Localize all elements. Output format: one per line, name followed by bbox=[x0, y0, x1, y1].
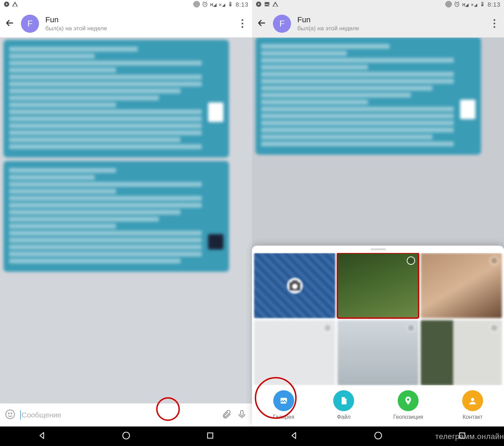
chat-last-seen: был(а) на этой неделе bbox=[297, 25, 483, 32]
svg-point-12 bbox=[123, 432, 130, 439]
select-indicator bbox=[407, 256, 415, 265]
select-indicator bbox=[407, 324, 415, 332]
svg-point-9 bbox=[8, 413, 9, 414]
chat-name[interactable]: Fun bbox=[45, 15, 231, 24]
warning-icon bbox=[12, 1, 18, 9]
action-location[interactable]: Геопозиция bbox=[393, 390, 423, 420]
svg-point-23 bbox=[292, 284, 297, 289]
clock: 8:13 bbox=[488, 1, 501, 8]
action-contact[interactable]: Контакт bbox=[462, 390, 483, 420]
watermark: телеграмм.онлайн bbox=[435, 432, 504, 441]
svg-rect-21 bbox=[482, 1, 483, 2]
nav-recent-icon[interactable] bbox=[206, 431, 215, 441]
status-bar: H◢ ✕◢ 8:13 bbox=[0, 0, 252, 10]
photo-tile[interactable] bbox=[421, 253, 502, 318]
status-bar: H◢ ✕◢ 8:13 bbox=[252, 0, 504, 10]
action-label: Файл bbox=[337, 414, 351, 420]
photo-tile[interactable] bbox=[421, 320, 502, 385]
nav-back-icon[interactable] bbox=[290, 431, 299, 441]
svg-point-2 bbox=[195, 2, 199, 6]
signal-icon: H◢ bbox=[210, 2, 216, 7]
camera-tile[interactable] bbox=[254, 253, 335, 318]
mic-icon[interactable] bbox=[237, 409, 247, 421]
photo-tile[interactable] bbox=[254, 320, 335, 385]
message-placeholder: Сообщение bbox=[22, 411, 61, 419]
more-menu-icon[interactable] bbox=[489, 19, 499, 28]
back-icon[interactable] bbox=[5, 18, 15, 29]
chat-last-seen: был(а) на этой неделе bbox=[45, 25, 231, 32]
nav-home-icon[interactable] bbox=[374, 431, 383, 441]
svg-rect-6 bbox=[230, 1, 231, 2]
svg-point-17 bbox=[447, 2, 451, 6]
svg-rect-11 bbox=[240, 410, 243, 416]
avatar[interactable]: F bbox=[21, 15, 39, 33]
clock: 8:13 bbox=[236, 1, 249, 8]
svg-rect-7 bbox=[230, 5, 231, 6]
select-indicator bbox=[490, 324, 498, 332]
action-file[interactable]: Файл bbox=[333, 390, 354, 420]
nav-back-icon[interactable] bbox=[38, 431, 47, 441]
sheet-handle[interactable] bbox=[371, 248, 386, 250]
svg-point-1 bbox=[196, 3, 198, 5]
action-label: Контакт bbox=[463, 414, 483, 420]
attach-icon[interactable] bbox=[221, 409, 232, 421]
alarm-icon bbox=[202, 1, 208, 9]
svg-point-26 bbox=[471, 398, 474, 401]
gallery-icon bbox=[273, 390, 294, 411]
message-input[interactable]: Сообщение bbox=[20, 410, 216, 420]
svg-point-27 bbox=[375, 432, 382, 439]
message-bubble[interactable] bbox=[3, 40, 229, 157]
location-icon bbox=[398, 390, 419, 411]
svg-point-10 bbox=[11, 413, 12, 414]
more-menu-icon[interactable] bbox=[237, 19, 247, 28]
chat-header: F Fun был(а) на этой неделе bbox=[0, 10, 252, 38]
signal2-icon: ✕◢ bbox=[471, 2, 477, 7]
attachment-actions: Галерея Файл Геопозиция Контакт bbox=[252, 385, 504, 426]
signal2-icon: ✕◢ bbox=[219, 2, 225, 7]
svg-rect-22 bbox=[482, 5, 483, 6]
hotspot-icon bbox=[445, 1, 452, 9]
signal-icon: H◢ bbox=[462, 2, 468, 7]
svg-rect-13 bbox=[207, 433, 213, 438]
avatar[interactable]: F bbox=[273, 15, 291, 33]
back-icon[interactable] bbox=[257, 18, 267, 29]
select-indicator bbox=[490, 256, 498, 265]
avatar-letter: F bbox=[28, 19, 33, 29]
svg-point-16 bbox=[448, 3, 450, 5]
warning-icon bbox=[272, 1, 278, 9]
action-label: Геопозиция bbox=[393, 414, 423, 420]
action-label: Галерея bbox=[273, 414, 294, 420]
action-gallery[interactable]: Галерея bbox=[273, 390, 294, 420]
photo-grid bbox=[252, 253, 504, 385]
chat-name[interactable]: Fun bbox=[297, 15, 483, 24]
phone-screenshot-right: H◢ ✕◢ 8:13 F Fun был(а) на этой неделе bbox=[252, 0, 504, 446]
camera-icon bbox=[287, 278, 303, 294]
messages-area[interactable] bbox=[0, 38, 252, 403]
svg-point-8 bbox=[6, 410, 15, 419]
svg-point-25 bbox=[407, 398, 410, 401]
image-icon bbox=[264, 1, 270, 9]
hotspot-icon bbox=[193, 1, 200, 9]
chat-header: F Fun был(а) на этой неделе bbox=[252, 10, 504, 38]
music-icon bbox=[255, 1, 262, 9]
emoji-icon[interactable] bbox=[5, 409, 15, 421]
select-indicator bbox=[323, 324, 332, 332]
nav-home-icon[interactable] bbox=[122, 431, 131, 441]
android-nav-bar bbox=[0, 426, 252, 446]
music-icon bbox=[3, 1, 10, 9]
phone-screenshot-left: H◢ ✕◢ 8:13 F Fun был(а) на этой неделе bbox=[0, 0, 252, 446]
message-input-bar: Сообщение bbox=[0, 403, 252, 426]
battery-icon bbox=[479, 1, 486, 9]
contact-icon bbox=[462, 390, 483, 411]
attachment-sheet: Галерея Файл Геопозиция Контакт bbox=[252, 246, 504, 426]
message-bubble[interactable] bbox=[3, 161, 229, 272]
file-icon bbox=[333, 390, 354, 411]
photo-tile-selected[interactable] bbox=[337, 253, 419, 318]
message-bubble[interactable] bbox=[255, 38, 481, 155]
avatar-letter: F bbox=[280, 19, 285, 29]
battery-icon bbox=[227, 1, 234, 9]
alarm-icon bbox=[454, 1, 460, 9]
photo-tile[interactable] bbox=[337, 320, 419, 385]
